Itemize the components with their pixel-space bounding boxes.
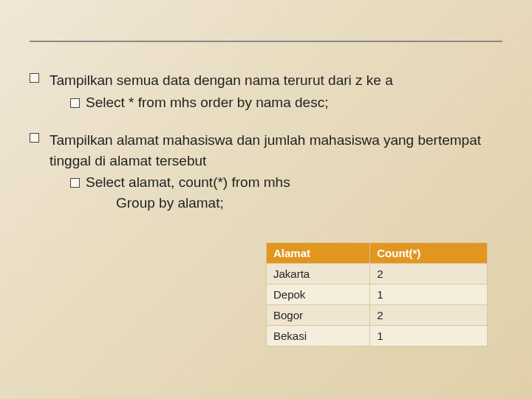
- cell-count: 2: [370, 305, 488, 326]
- sql-text: Select * from mhs order by nama desc;: [86, 95, 328, 110]
- table-row: Bogor 2: [267, 305, 488, 326]
- bullet-box-icon: [30, 133, 39, 143]
- bullet-box-icon: [70, 98, 80, 108]
- list-item: Tampilkan semua data dengan nama terurut…: [30, 70, 502, 112]
- cell-count: 1: [370, 326, 488, 347]
- item-sub: Select alamat, count(*) from mhs: [70, 172, 502, 193]
- cell-count: 1: [370, 284, 488, 305]
- table-row: Bekasi 1: [267, 326, 488, 347]
- bullet-box-icon: [30, 73, 39, 83]
- table-row: Depok 1: [267, 284, 488, 305]
- cell-alamat: Depok: [267, 284, 370, 305]
- item-title: Tampilkan alamat mahasiswa dan jumlah ma…: [50, 130, 502, 171]
- bullet-box-icon: [70, 178, 80, 188]
- col-header-count: Count(*): [370, 243, 488, 264]
- table-header-row: Alamat Count(*): [267, 243, 488, 264]
- result-table-wrap: Alamat Count(*) Jakarta 2 Depok 1 Bogor …: [266, 242, 488, 347]
- cell-alamat: Jakarta: [267, 264, 370, 284]
- cell-alamat: Bekasi: [267, 326, 370, 347]
- item-sub: Select * from mhs order by nama desc;: [70, 92, 393, 113]
- list-item-body: Tampilkan alamat mahasiswa dan jumlah ma…: [50, 130, 502, 213]
- list-item: Tampilkan alamat mahasiswa dan jumlah ma…: [30, 130, 502, 213]
- divider: [30, 41, 502, 42]
- cell-alamat: Bogor: [267, 305, 370, 326]
- col-header-alamat: Alamat: [267, 243, 370, 264]
- table-row: Jakarta 2: [267, 264, 488, 284]
- sql-text: Select alamat, count(*) from mhs: [86, 174, 290, 190]
- list-item-body: Tampilkan semua data dengan nama terurut…: [50, 70, 393, 112]
- item-title: Tampilkan semua data dengan nama terurut…: [50, 70, 393, 91]
- cell-count: 2: [370, 264, 488, 284]
- result-table: Alamat Count(*) Jakarta 2 Depok 1 Bogor …: [266, 242, 488, 347]
- sql-text: Group by alamat;: [116, 193, 502, 214]
